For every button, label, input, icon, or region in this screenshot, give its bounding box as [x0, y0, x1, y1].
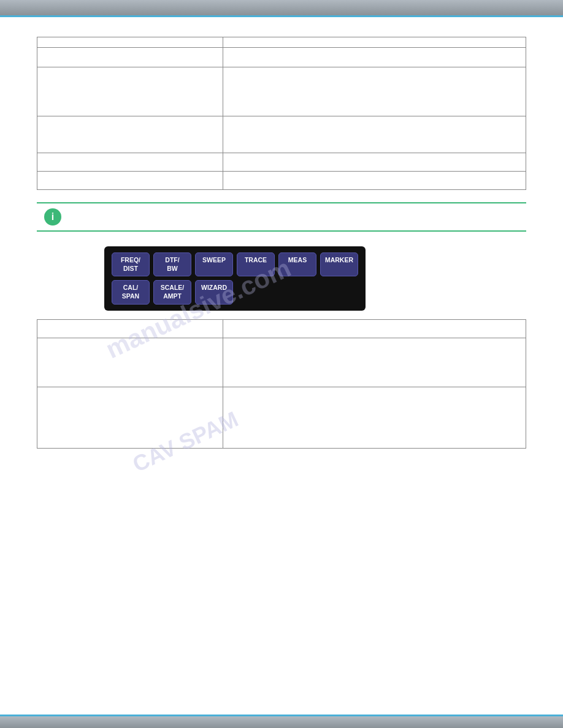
table-cell [37, 319, 223, 338]
table-row [37, 319, 526, 338]
table-cell [223, 48, 526, 67]
table-cell [223, 67, 526, 116]
table-cell [37, 116, 223, 153]
sweep-button[interactable]: SWEEP [195, 252, 233, 276]
main-content: i FREQ/DIST DTF/BW SWEEP TRACE MEAS MARK… [0, 25, 563, 710]
table-row [37, 153, 526, 172]
table-cell [223, 319, 526, 338]
table-row [37, 338, 526, 387]
trace-button[interactable]: TRACE [237, 252, 275, 276]
marker-button[interactable]: MARKER [320, 252, 358, 276]
table-cell [223, 116, 526, 153]
table-row [37, 172, 526, 190]
info-box: i [37, 202, 526, 232]
table-cell [223, 172, 526, 190]
table-row [37, 116, 526, 153]
table-cell [37, 48, 223, 67]
button-row-1: FREQ/DIST DTF/BW SWEEP TRACE MEAS MARKER [112, 252, 358, 276]
table-row [37, 37, 526, 48]
table-cell [37, 153, 223, 172]
table-cell [37, 172, 223, 190]
info-icon: i [44, 208, 61, 226]
table-2 [37, 319, 526, 449]
table-cell [37, 387, 223, 448]
table-cell [37, 338, 223, 387]
table-cell [223, 387, 526, 448]
scale-ampt-button[interactable]: SCALE/AMPT [153, 280, 191, 304]
table-row [37, 387, 526, 448]
footer-bar [0, 715, 563, 728]
wizard-button[interactable]: WIZARD [195, 280, 233, 304]
meas-button[interactable]: MEAS [278, 252, 316, 276]
freq-dist-button[interactable]: FREQ/DIST [112, 252, 150, 276]
table-cell [223, 153, 526, 172]
button-panel: FREQ/DIST DTF/BW SWEEP TRACE MEAS MARKER… [104, 246, 366, 311]
table-cell [223, 338, 526, 387]
table-cell [223, 37, 526, 48]
dtf-bw-button[interactable]: DTF/BW [153, 252, 191, 276]
table-row [37, 48, 526, 67]
table-cell [37, 67, 223, 116]
table-1 [37, 37, 526, 190]
cal-span-button[interactable]: CAL/SPAN [112, 280, 150, 304]
table-row [37, 67, 526, 116]
button-row-2: CAL/SPAN SCALE/AMPT WIZARD [112, 280, 358, 304]
header-bar [0, 0, 563, 17]
table-cell [37, 37, 223, 48]
